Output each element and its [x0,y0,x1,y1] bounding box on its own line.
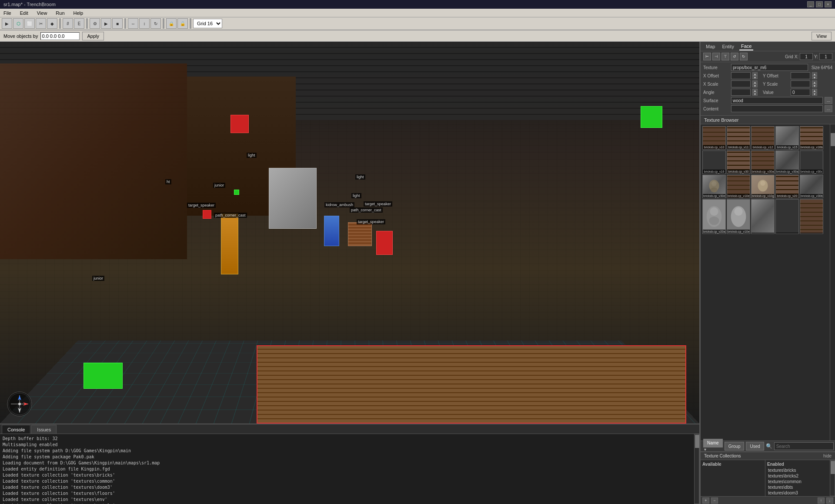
angle-input[interactable] [731,89,751,96]
x-offset-input[interactable] [731,72,751,79]
lock-button[interactable]: 🔒 [166,18,177,29]
x-scale-up[interactable]: ▲ [752,80,758,84]
texture-thumb[interactable] [800,199,823,234]
angle-up[interactable]: ▲ [752,89,758,92]
tab-map[interactable]: Map [704,43,717,50]
texture-thumb[interactable]: bricksb.cp_v10g [751,175,775,198]
menu-file[interactable]: File [2,10,13,16]
texture-thumb[interactable]: bricksb.cp_v20 [775,175,799,198]
value-down[interactable]: ▼ [812,92,817,96]
angle-spin[interactable]: ▲▼ [752,89,758,96]
texture-scrollbar[interactable] [830,124,835,441]
angle-down[interactable]: ▼ [752,92,758,96]
align-center-button[interactable]: ⊣ [712,53,720,60]
texture-thumb[interactable]: bricksb.cp_v10em [727,175,750,198]
hide-button[interactable]: hide [823,454,832,458]
filter-used-button[interactable]: Used [746,442,764,451]
y-scale-input[interactable] [791,80,810,87]
collection-item[interactable]: textures\common [767,479,828,484]
close-button[interactable]: × [825,1,832,7]
texture-thumb[interactable]: bricksb.cp_v30a [751,150,775,174]
align-top-button[interactable]: ⊤ [721,53,729,60]
3d-view[interactable]: light light light junior junior target_s… [0,42,699,424]
collection-item[interactable]: textures\dbts [767,484,828,490]
surface-input[interactable] [731,97,823,104]
console-content[interactable]: Depth buffer bits: 32 Multisampling enab… [0,434,694,504]
y-offset-down[interactable]: ▼ [812,76,817,79]
view-button[interactable]: View [812,32,832,40]
move-value-input[interactable] [40,32,80,40]
menu-run[interactable]: Run [54,10,66,16]
compile-button[interactable]: ⚙ [90,18,100,29]
tab-entity[interactable]: Entity [720,43,736,50]
collections-remove-button[interactable]: − [711,497,718,504]
console-scrollbar[interactable] [694,434,699,504]
texture-search-input[interactable] [774,442,834,450]
texture-grid[interactable]: bricksb.cp_v10 bricksb.cp_v11 bricksb.cp… [701,124,830,441]
texture-thumb[interactable]: bricksb.cp_v10em [727,199,750,234]
x-scale-spin[interactable]: ▲▼ [752,80,758,87]
texture-thumb[interactable]: bricksb.cp_v30e [702,175,726,198]
tab-face[interactable]: Face [739,43,753,50]
select-tool-button[interactable]: ▶ [2,18,12,29]
texture-input[interactable] [731,64,808,71]
vertex-tool-button[interactable]: ◆ [47,18,57,29]
texture-thumb[interactable]: bricksb.cp_v10 [702,126,726,150]
texture-thumb[interactable] [775,199,799,234]
menu-help[interactable]: Help [72,10,85,16]
filter-name-button[interactable]: Name [703,439,723,447]
maximize-button[interactable]: □ [816,1,823,7]
texture-thumb[interactable]: bricksb.cp_v15 [775,126,799,150]
rotate-left-button[interactable]: ↺ [731,53,738,60]
collections-scroll-thumb[interactable] [831,461,835,474]
value-up[interactable]: ▲ [812,89,817,92]
rotate-cw-button[interactable]: ↻ [150,18,161,29]
texture-thumb[interactable]: bricksb.cp_v11 [727,126,750,150]
y-scale-up[interactable]: ▲ [812,80,817,84]
collection-item[interactable]: textures\bricks [767,467,828,473]
texture-thumb[interactable]: bricksb.cp_v16 [702,150,726,174]
unlock-button[interactable]: 🔓 [177,18,188,29]
brush-tool-button[interactable]: ⬡ [13,18,23,29]
toggle-entities-button[interactable]: E [74,18,84,29]
console-scroll-thumb[interactable] [695,435,699,448]
texture-thumb[interactable]: bricksb.cp_v30c [800,150,823,174]
value-input[interactable] [791,89,810,96]
surface-options-button[interactable]: … [825,97,832,104]
stop-button[interactable]: ■ [112,18,123,29]
y-scale-spin[interactable]: ▲▼ [812,80,817,87]
x-offset-spin[interactable]: ▲▼ [752,72,758,79]
toggle-grid-button[interactable]: # [63,18,73,29]
flip-x-button[interactable]: ↔ [128,18,138,29]
x-offset-up[interactable]: ▲ [752,72,758,76]
grid-size-select[interactable]: Grid 16 Grid 8 Grid 4 Grid 2 Grid 1 [193,19,222,28]
align-left-button[interactable]: ⊢ [703,53,711,60]
grid-x-input[interactable] [800,53,813,60]
y-offset-spin[interactable]: ▲▼ [812,72,817,79]
viewport[interactable]: light light light junior junior target_s… [0,42,700,504]
x-scale-input[interactable] [731,80,751,87]
flip-y-button[interactable]: ↕ [139,18,150,29]
collections-up-button[interactable]: ↑ [818,497,825,504]
collections-down-button[interactable]: ↓ [826,497,833,504]
texture-thumb[interactable]: bricksb.cp_v20a [702,199,726,234]
texture-thumb[interactable]: bricksb.cp_v12 [751,126,775,150]
y-offset-up[interactable]: ▲ [812,72,817,76]
texture-thumb[interactable]: bricksb.cp_v30b [800,175,823,198]
run-button[interactable]: ▶ [101,18,111,29]
enabled-column[interactable]: Enabled textures\bricks textures\bricks2… [765,460,830,496]
console-tab[interactable]: Console [2,425,30,434]
y-scale-down[interactable]: ▼ [812,84,817,87]
texture-thumb[interactable]: bricksb.cp_v30 [727,150,750,174]
entity-tool-button[interactable]: ⬜ [24,18,35,29]
x-scale-down[interactable]: ▼ [752,84,758,87]
texture-thumb[interactable] [751,199,775,234]
content-input[interactable] [731,105,823,112]
clip-tool-button[interactable]: ✂ [36,18,46,29]
y-offset-input[interactable] [791,72,810,79]
texture-thumb[interactable]: bricksb.cp_v16b [800,126,823,150]
texture-scroll-thumb[interactable] [831,133,835,146]
texture-thumb[interactable]: bricksb.cp_v30an [775,150,799,174]
window-controls[interactable]: _ □ × [807,1,832,7]
grid-y-input[interactable] [819,53,832,60]
